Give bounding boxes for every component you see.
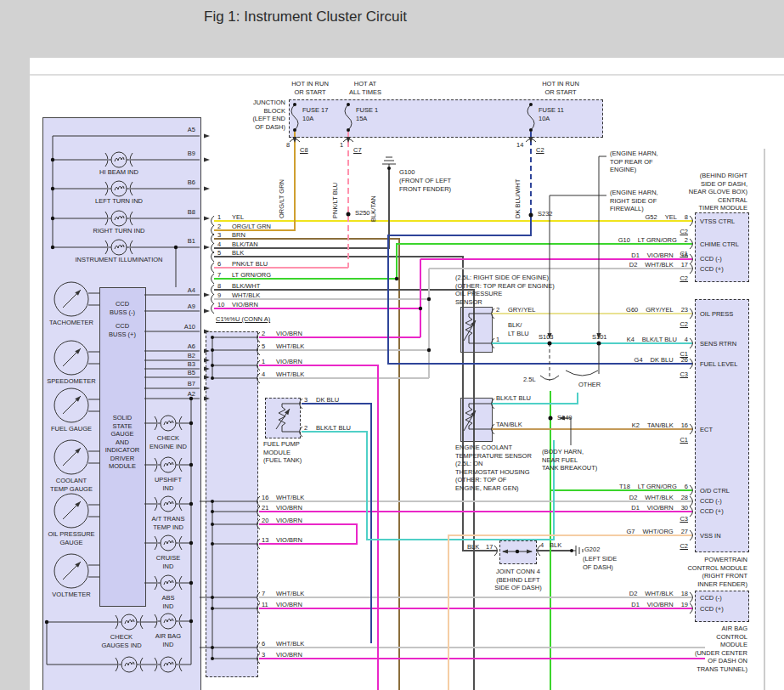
pin-b7: B7 [166,380,195,388]
pcm-row-sens-rtrn: K4BLK/LT BLU4 [588,336,688,343]
connB-row-6: 6WHT/BLK [262,640,304,648]
left-turn-ind-label: LEFT TURN IND [76,197,161,206]
ctm-vtss-ctrl-label: VTSS CTRL [700,218,735,226]
connB-row-13: 13VIO/BRN [262,536,302,545]
fuse-11-label: FUSE 11 10A [539,106,564,122]
connB-row-2: 2VIO/BRN [262,330,302,338]
connA-row-5: 5BLK [217,249,244,257]
oil-sensor-pin-2: 2GRY/YEL [496,306,535,314]
fuse-11-pin: 14 [516,141,523,150]
ctm-tag-3: C2 [669,274,688,283]
connB-row-20: 20VIO/BRN [262,517,302,525]
connB-row-3: 3VIO/BRN [262,651,302,659]
ccd-buss-minus-label: CCD BUSS (-) [101,300,144,316]
airbag-ccd-plus-label: CCD (+) [700,605,724,614]
pcm-fuel-level-label: FUEL LEVEL [700,360,737,369]
coolant-temp-gauge-label: COOLANT TEMP GAUGE [37,477,105,493]
g100-location: (FRONT OF LEFT FRONT FENDER) [399,177,451,193]
pcm-row-ccd-plus: D1VIO/BRN30 [588,504,688,512]
pcm-tag-3: C3 [669,370,688,379]
ctm-chime-ctrl-label: CHIME CTRL [700,240,739,249]
pcm-tag-6: C2 [669,542,688,551]
ctm-row-chime: G10LT GRN/ORG2 [588,236,688,244]
airbag-row-ccd-minus: D2WHT/BLK18 [588,590,688,597]
ctm-ccd-plus-label: CCD (+) [700,265,724,274]
ect-pin-top-label: BLK/LT BLU [496,394,531,403]
fuse-1-label: FUSE 1 15A [356,106,378,122]
fuel-pump-module-label: FUEL PUMP MODULE (FUEL TANK) [263,440,302,465]
air-bag-ind-label: AIR BAG IND [134,632,202,648]
at-trans-temp-ind-label: A/T TRANS TEMP IND [134,515,202,531]
ect-sensor-label: ENGINE COOLANT TEMPERATURE SENSOR (2.5L:… [455,444,532,492]
pcm-title: POWERTRAIN CONTROL MODULE (RIGHT FRONT I… [654,556,747,588]
connA-row-2: 2ORG/LT GRN [217,223,271,231]
ctm-tag-2: C1 [669,250,688,258]
pin-b6: B6 [166,178,195,187]
airbag-ccd-minus-label: CCD (-) [700,594,722,602]
splice-s232: S232 [538,210,553,218]
pcm-tag-2: C1 [669,350,688,359]
body-harn-label: (BODY HARN, NEAR FUEL TANK BREAKOUT) [542,448,597,472]
pcm-row-oil-press: G60GRY/YEL23 [588,306,688,314]
cruise-ind-label: CRUISE IND [134,554,202,570]
pin-b8: B8 [166,208,195,217]
pin-a10: A10 [166,323,195,331]
feed-hot-at-all-times: HOT AT ALL TIMES [336,80,395,96]
fuse-11-conn-tag: C2 [536,146,544,155]
joint-right-wire: BLK [550,541,561,550]
wiring-diagram-page: Fig 1: Instrument Cluster Circuit [0,0,784,690]
speedometer-label: SPEEDOMETER [37,377,105,386]
g202-location: (LEFT SIDE OF DASH) [583,555,617,571]
fuse-17-pin: 8 [286,141,290,150]
connB-row-7: 7WHT/BLK [262,590,304,598]
connA-row-9: 9WHT/BLK [217,291,260,300]
splice-s250: S250 [355,209,370,218]
wire-dk-blu-wht-vertical: DK BLU/WHT [514,179,522,218]
pin-a6: A6 [166,342,195,351]
ctm-title: (BEHIND RIGHT SIDE OF DASH, NEAR GLOVE B… [654,172,747,212]
fuse-1-conn-tag: C7 [353,146,362,155]
joint-right-pin: 4 [540,541,544,550]
connA-row-1: 1YEL [217,213,244,222]
pcm-row-ccd-minus: D2WHT/BLK28 [588,494,688,501]
connB-row-5: 5WHT/BLK [262,342,304,351]
pcm-tag-5: C3 [669,515,688,523]
pin-a9: A9 [166,303,195,311]
wire-blk-tan-vertical: BLK/TAN [369,195,377,222]
instrument-illumination-label: INSTRUMENT ILLUMINATION [68,256,170,264]
right-turn-ind-label: RIGHT TURN IND [76,227,161,235]
pcm-row-od-ctrl: T18LT GRN/ORG6 [588,483,688,490]
pcm-vss-in-label: VSS IN [700,532,721,540]
connB-row-11: 11VIO/BRN [262,601,302,609]
selector-other-label: OTHER [578,381,601,389]
connA-row-7: 7LT GRN/ORG [217,271,271,280]
connB-row-4: 4WHT/BLK [262,370,304,379]
splice-s103: S103 [539,333,554,342]
oil-pressure-gauge-label: OIL PRESSURE GAUGE [37,530,105,546]
pcm-sens-rtrn-label: SENS RTRN [700,340,736,348]
connB-row-21: 21VIO/BRN [262,504,302,512]
tachometer-label: TACHOMETER [37,319,105,327]
feed-hot-in-run-2: HOT IN RUN OR START [531,80,590,96]
connA-row-8: 8BLK/WHT [217,282,260,291]
joint-left-pin: 17 [486,543,493,551]
pcm-tag-4: C1 [669,436,688,444]
pcm-row-vss-in: G7WHT/ORG27 [588,528,688,535]
ect-pin-bot-label: TAN/BLK [496,421,522,429]
ctm-ccd-minus-label: CCD (-) [700,255,722,263]
airbag-title: AIR BAG CONTROL MODULE (UNDER CENTER OF … [654,625,747,673]
ctm-row-vtss: G52YEL8 [588,213,688,221]
pcm-od-ctrl-label: O/D CTRL [700,487,730,495]
oil-sensor-pin-1: 1 [496,336,499,344]
junction-block-label: JUNCTION BLOCK (LEFT END OF DASH) [238,99,285,131]
fuel-pump-pin-2: 2BLK/LT BLU [304,424,351,433]
engine-harn-top-rear-label: (ENGINE HARN, TOP REAR OF ENGINE) [610,150,658,174]
ctm-tag-1: C2 [669,228,688,236]
pin-a2: A2 [166,390,195,399]
pcm-ect-label: ECT [700,426,713,434]
abs-ind-label: ABS IND [134,594,202,610]
pcm-row-ect: K2TAN/BLK16 [588,421,688,429]
ctm-row-ccd-plus: D2WHT/BLK17 [588,261,688,269]
hi-beam-ind-label: HI BEAM IND [76,168,161,177]
fuse-17-label: FUSE 17 10A [302,106,328,122]
